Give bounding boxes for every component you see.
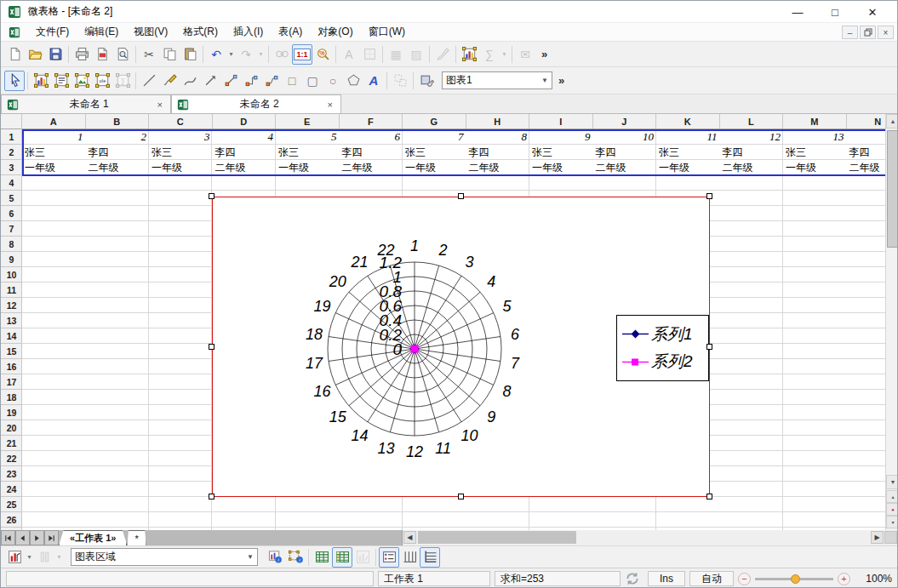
row-header-11[interactable]: 11 xyxy=(1,283,22,298)
cut-button[interactable]: ✂ xyxy=(139,44,159,65)
scroll-up-icon[interactable]: ▲ xyxy=(886,114,898,128)
cell-A3[interactable]: 一年级 xyxy=(22,160,86,175)
open-folder-button[interactable] xyxy=(25,44,45,65)
cell-F3[interactable]: 二年级 xyxy=(340,160,403,175)
vertical-scrollbar-thumb[interactable] xyxy=(887,130,898,248)
cell-I3[interactable]: 一年级 xyxy=(529,160,593,175)
text-frame-button[interactable] xyxy=(51,71,71,91)
calc-mode-panel[interactable]: 自动 xyxy=(689,571,734,586)
chart-info-button[interactable]: i xyxy=(265,547,285,568)
chart-resize-handle[interactable] xyxy=(706,494,712,500)
line-button[interactable] xyxy=(139,71,159,91)
next-sheet-icon[interactable] xyxy=(30,530,44,545)
arrow-button[interactable] xyxy=(200,71,220,91)
column-header-E[interactable]: E xyxy=(276,114,340,129)
insert-mode-panel[interactable]: Ins xyxy=(648,571,685,586)
zoom-slider[interactable] xyxy=(755,578,833,580)
column-header-F[interactable]: F xyxy=(340,114,403,129)
scroll-left-icon[interactable]: ◀ xyxy=(403,531,416,544)
cell-M3[interactable]: 一年级 xyxy=(783,160,847,175)
zoom-percent-button[interactable]: % xyxy=(312,44,333,65)
row-header-5[interactable]: 5 xyxy=(1,191,22,206)
row-header-2[interactable]: 2 xyxy=(1,145,22,160)
zoom-in-icon[interactable]: + xyxy=(838,573,850,585)
data-table-button[interactable] xyxy=(312,547,332,568)
legend-entry-2[interactable]: 系列2 xyxy=(621,351,705,373)
cell-G1[interactable]: 7 xyxy=(403,129,466,145)
object-selector-combobox[interactable]: 图表1 ▼ xyxy=(442,71,552,89)
sheet-tab-1[interactable]: «工作表 1» xyxy=(59,530,127,545)
cell-C3[interactable]: 一年级 xyxy=(149,160,213,175)
row-header-4[interactable]: 4 xyxy=(1,175,22,191)
scroll-down-icon[interactable]: ▼ xyxy=(886,475,898,489)
cell-K3[interactable]: 一年级 xyxy=(656,160,720,175)
cell-B3[interactable]: 二年级 xyxy=(86,160,150,175)
row-header-10[interactable]: 10 xyxy=(1,267,22,283)
mdi-minimize-button[interactable]: – xyxy=(842,26,858,39)
print-button[interactable] xyxy=(71,44,92,65)
minimize-button[interactable]: — xyxy=(790,4,805,20)
chart-legend[interactable]: 系列1 系列2 xyxy=(616,315,709,381)
row-header-17[interactable]: 17 xyxy=(1,374,22,390)
column-header-D[interactable]: D xyxy=(213,114,277,129)
cell-J2[interactable]: 李四 xyxy=(593,145,657,160)
cell-J1[interactable]: 10 xyxy=(593,129,657,145)
column-header-K[interactable]: K xyxy=(656,114,720,129)
toolbar-overflow-icon[interactable]: » xyxy=(535,48,553,60)
last-sheet-icon[interactable] xyxy=(44,530,59,545)
column-header-J[interactable]: J xyxy=(593,114,657,129)
cell-G3[interactable]: 一年级 xyxy=(403,160,466,175)
cell-F1[interactable]: 6 xyxy=(340,129,403,145)
polygon-button[interactable] xyxy=(343,71,363,91)
cell-I2[interactable]: 张三 xyxy=(529,145,593,160)
cell-M1[interactable]: 13 xyxy=(783,129,847,145)
row-header-18[interactable]: 18 xyxy=(1,390,22,405)
select-all-corner[interactable] xyxy=(1,114,22,129)
image-frame-button[interactable] xyxy=(71,71,92,91)
ellipse-button[interactable]: ○ xyxy=(323,71,343,91)
row-header-15[interactable]: 15 xyxy=(1,344,22,359)
refresh-icon[interactable] xyxy=(625,571,643,586)
cell-D2[interactable]: 李四 xyxy=(213,145,277,160)
legend-toggle-button[interactable] xyxy=(379,547,399,568)
row-header-22[interactable]: 22 xyxy=(1,451,22,466)
undo-dropdown-icon[interactable]: ▾ xyxy=(226,44,236,65)
row-header-8[interactable]: 8 xyxy=(1,237,22,252)
close-tab-icon[interactable]: × xyxy=(325,100,335,110)
chart-resize-handle[interactable] xyxy=(209,494,214,500)
menu-窗口[interactable]: 窗口(W) xyxy=(361,24,413,39)
row-header-23[interactable]: 23 xyxy=(1,466,22,482)
row-header-13[interactable]: 13 xyxy=(1,313,22,328)
legend-entry-1[interactable]: 系列1 xyxy=(621,323,705,345)
menu-插入[interactable]: 插入(I) xyxy=(226,24,271,39)
cell-J3[interactable]: 二年级 xyxy=(593,160,657,175)
undo-button[interactable]: ↶ xyxy=(206,44,226,65)
cell-E2[interactable]: 张三 xyxy=(276,145,340,160)
close-button[interactable]: ✕ xyxy=(865,4,880,20)
horizontal-gridlines-button[interactable] xyxy=(420,547,440,568)
previous-sheet-icon[interactable] xyxy=(15,530,30,545)
row-header-16[interactable]: 16 xyxy=(1,359,22,374)
cell-H1[interactable]: 8 xyxy=(466,129,530,145)
save-button[interactable] xyxy=(45,44,66,65)
sheet-tab-2[interactable]: * xyxy=(127,530,146,545)
row-header-12[interactable]: 12 xyxy=(1,298,22,313)
column-header-I[interactable]: I xyxy=(529,114,593,129)
cell-C2[interactable]: 张三 xyxy=(149,145,213,160)
chart-type-button[interactable] xyxy=(4,547,25,568)
cell-D3[interactable]: 二年级 xyxy=(213,160,277,175)
column-header-A[interactable]: A xyxy=(22,114,86,129)
first-sheet-icon[interactable] xyxy=(1,530,15,545)
column-header-N[interactable]: N xyxy=(847,114,886,129)
row-header-25[interactable]: 25 xyxy=(1,497,22,512)
curve-button[interactable] xyxy=(180,71,200,91)
row-header-14[interactable]: 14 xyxy=(1,328,22,344)
scroll-marker-icon[interactable]: ● xyxy=(886,503,898,516)
row-header-21[interactable]: 21 xyxy=(1,436,22,451)
row-header-1[interactable]: 1 xyxy=(1,129,22,145)
cell-C1[interactable]: 3 xyxy=(149,129,213,145)
cell-A1[interactable]: 1 xyxy=(22,129,86,145)
zoom-slider-thumb[interactable] xyxy=(791,574,800,584)
document-tab-2[interactable]: 未命名 2 × xyxy=(171,94,341,113)
row-header-7[interactable]: 7 xyxy=(1,221,22,237)
